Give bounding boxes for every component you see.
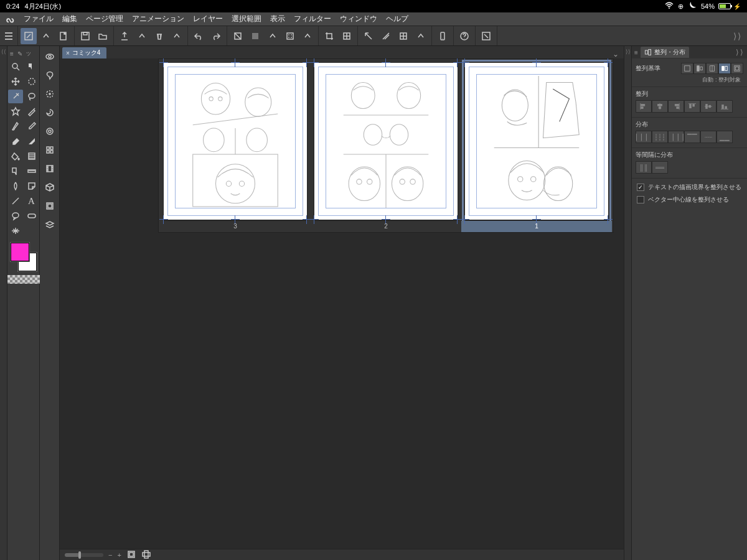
snap-button[interactable] <box>378 28 394 44</box>
sub-view-tool[interactable] <box>8 105 23 118</box>
text-tool[interactable]: A <box>24 194 39 208</box>
redo-button[interactable] <box>208 28 224 44</box>
subtool-eye-icon[interactable] <box>42 49 58 65</box>
fit-width-button[interactable] <box>141 549 151 561</box>
align-bottom-button[interactable] <box>716 100 733 113</box>
menu-filter[interactable]: フィルター <box>294 14 331 24</box>
subtool-layers-icon[interactable] <box>42 217 58 233</box>
open-button[interactable] <box>95 28 111 44</box>
checkbox-icon[interactable] <box>637 184 644 191</box>
undo-button[interactable] <box>190 28 207 44</box>
align-hcenter-button[interactable] <box>652 100 668 113</box>
line-tool[interactable] <box>8 194 23 208</box>
dist-left-button[interactable]: ▏▏▏ <box>636 131 652 143</box>
subtool-grid-icon[interactable] <box>42 142 58 158</box>
dist-top-button[interactable]: ▔▔ <box>684 131 700 143</box>
palette-menu-icon[interactable]: ≡ <box>10 50 14 57</box>
menu-view[interactable]: 表示 <box>270 14 285 24</box>
dist-bottom-button[interactable]: ▁▁ <box>716 131 733 143</box>
subtool-target-icon[interactable] <box>42 123 58 139</box>
align-left-button[interactable] <box>636 100 652 113</box>
page-thumb-1[interactable]: 1 <box>465 63 608 220</box>
canvas-viewport[interactable]: 3 <box>60 58 624 549</box>
move-layer-tool[interactable] <box>8 75 23 88</box>
clear-button[interactable] <box>230 28 246 44</box>
panel-tab[interactable]: 整列・分布 <box>641 47 689 58</box>
align-top-button[interactable] <box>684 100 700 113</box>
color-swatch[interactable] <box>9 243 38 274</box>
ruler-tool[interactable] <box>24 164 39 178</box>
subtool-shrink-icon[interactable] <box>42 86 58 102</box>
grid-button[interactable] <box>395 28 411 44</box>
eraser-tool[interactable] <box>8 134 23 148</box>
ruler-select-button[interactable] <box>360 28 377 44</box>
page-thumb-2[interactable]: 2 <box>314 63 458 220</box>
commandbar-overflow-icon[interactable]: ⟩⟩ <box>728 31 747 41</box>
menu-window[interactable]: ウィンドウ <box>340 14 377 24</box>
menu-page[interactable]: ページ管理 <box>86 14 123 24</box>
export-button[interactable] <box>116 28 133 44</box>
basis-key-button[interactable] <box>718 63 731 74</box>
fill-tool[interactable] <box>8 149 23 163</box>
basis-canvas-button[interactable] <box>681 63 693 74</box>
zoom-tool[interactable] <box>8 60 23 73</box>
panel-overflow-icon[interactable]: ⟩⟩ <box>736 48 745 57</box>
align-vcenter-button[interactable] <box>700 100 716 113</box>
new-page-button[interactable] <box>55 28 72 44</box>
save-button[interactable] <box>77 28 93 44</box>
align-right-button[interactable] <box>668 100 684 113</box>
cmd-chevron-3[interactable] <box>265 28 281 44</box>
equal-v-button[interactable]: ══ <box>652 161 668 174</box>
page-thumb-3[interactable]: 3 <box>164 63 307 220</box>
move-view-tool[interactable] <box>24 60 39 73</box>
smartphone-preview-button[interactable] <box>435 28 451 44</box>
transform-button[interactable] <box>339 28 355 44</box>
cmd-chevron-1[interactable] <box>134 28 150 44</box>
frame-tool[interactable] <box>24 179 39 193</box>
menu-help[interactable]: ヘルプ <box>386 14 408 24</box>
basis-left-button[interactable] <box>693 63 706 74</box>
dist-right-button[interactable]: ▕▕▕ <box>668 131 684 143</box>
cmd-chevron-2[interactable] <box>169 28 185 44</box>
edit-page-button[interactable] <box>21 28 37 44</box>
crop-button[interactable] <box>321 28 337 44</box>
subtool-spiral-icon[interactable] <box>42 105 58 121</box>
opt-text-bounds[interactable]: テキストの描画境界を整列させる <box>636 181 743 194</box>
zoom-out-button[interactable]: − <box>108 551 112 559</box>
opt-vector-center[interactable]: ベクター中心線を整列させる <box>636 194 743 206</box>
cmd-chevron-5[interactable] <box>413 28 429 44</box>
zoom-slider[interactable] <box>65 553 103 557</box>
subtool-film-icon[interactable] <box>42 161 58 177</box>
dist-hcenter-button[interactable]: ┆┆┆ <box>652 131 668 143</box>
pen-tool[interactable] <box>24 105 39 118</box>
checkbox-icon[interactable] <box>637 196 644 203</box>
menu-file[interactable]: ファイル <box>24 14 54 24</box>
subtool-cube-icon[interactable] <box>42 179 58 195</box>
menu-edit[interactable]: 編集 <box>62 14 77 24</box>
lasso-tool[interactable] <box>24 90 39 103</box>
close-tab-icon[interactable]: × <box>66 50 70 57</box>
dist-vcenter-button[interactable]: ┈┈ <box>700 131 716 143</box>
cmd-chevron-4[interactable] <box>299 28 316 44</box>
document-tab[interactable]: × コミック4 <box>62 47 106 58</box>
panel-menu-icon[interactable]: ≡ <box>634 49 638 56</box>
equal-h-button[interactable]: ║║ <box>636 161 652 174</box>
wand-tool[interactable] <box>8 90 23 103</box>
liquify-tool[interactable] <box>8 179 23 193</box>
gradient-tool[interactable] <box>24 149 39 163</box>
app-logo-icon[interactable]: ᔓ <box>5 14 15 24</box>
delete-button[interactable] <box>151 28 167 44</box>
help-button[interactable] <box>456 28 472 44</box>
brush-tool[interactable] <box>8 119 23 133</box>
marquee-tool[interactable] <box>24 75 39 88</box>
menu-anim[interactable]: アニメーション <box>132 14 184 24</box>
right-collapse-strip[interactable]: ⟩⟩ <box>624 46 631 560</box>
basis-center-button[interactable] <box>706 63 718 74</box>
blend-tool[interactable] <box>24 134 39 148</box>
eyedropper-tool[interactable] <box>24 119 39 133</box>
correct-line-tool[interactable] <box>24 209 39 223</box>
basis-clip-button[interactable] <box>731 63 743 74</box>
commandbar-menu-icon[interactable] <box>2 32 15 40</box>
tone-button[interactable] <box>282 28 298 44</box>
fill-button[interactable] <box>247 28 263 44</box>
